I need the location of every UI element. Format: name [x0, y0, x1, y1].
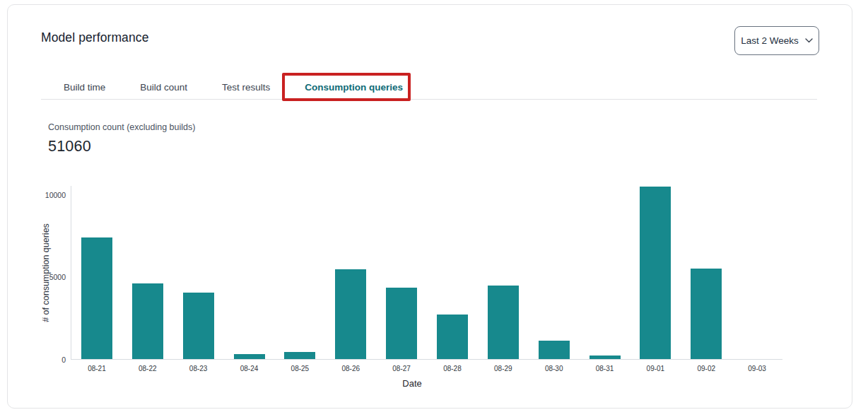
chart-slot	[732, 186, 782, 359]
chart-plot-area	[71, 186, 782, 359]
chart-bar	[183, 293, 214, 359]
y-tick-label: 5000	[49, 273, 66, 281]
x-tick-label: 09-03	[732, 365, 782, 372]
tab-bar: Build timeBuild countTest resultsConsump…	[64, 81, 403, 94]
tab-build-time[interactable]: Build time	[64, 81, 105, 94]
chart-slot	[224, 186, 275, 359]
chart-bar	[386, 288, 417, 359]
page-title: Model performance	[41, 30, 148, 45]
metric-value: 51060	[48, 138, 91, 155]
chart-bar	[81, 237, 112, 360]
chart-bar	[284, 352, 315, 359]
chart-bar	[335, 269, 366, 360]
metric-label: Consumption count (excluding builds)	[48, 122, 195, 132]
chart-slot	[274, 186, 325, 359]
x-tick-labels: 08-2108-2208-2308-2408-2508-2608-2708-28…	[71, 365, 782, 372]
model-performance-card: Model performance Last 2 Weeks Build tim…	[7, 4, 852, 409]
chart-bar	[132, 283, 163, 359]
chart-slot	[681, 186, 732, 359]
bar-chart: 08-2108-2208-2308-2408-2508-2608-2708-28…	[71, 186, 782, 360]
y-tick-label: 10000	[45, 191, 66, 199]
x-axis-title: Date	[402, 378, 421, 389]
x-tick-label: 08-29	[478, 365, 529, 372]
x-tick-label: 08-24	[224, 365, 275, 372]
page: Model performance Last 2 Weeks Build tim…	[0, 0, 868, 417]
date-range-value: Last 2 Weeks	[741, 35, 799, 46]
x-tick-label: 08-21	[71, 365, 122, 372]
x-tick-label: 08-25	[274, 365, 325, 372]
chart-bar	[488, 286, 519, 359]
chart-slot	[529, 186, 580, 359]
chart-bar	[539, 341, 570, 359]
x-tick-label: 09-01	[630, 365, 681, 372]
chart-slot	[325, 186, 376, 359]
chart-bar	[234, 354, 265, 360]
x-tick-label: 08-28	[427, 365, 478, 372]
chart-bar	[437, 315, 468, 359]
x-tick-label: 08-30	[529, 365, 580, 372]
chart-slot	[427, 186, 478, 359]
chart-slot	[478, 186, 529, 359]
tab-test-results[interactable]: Test results	[222, 81, 270, 94]
chart-slot	[173, 186, 224, 359]
chart-slot	[630, 186, 681, 359]
chart-slot	[376, 186, 427, 359]
x-tick-label: 08-22	[122, 365, 173, 372]
x-tick-label: 08-26	[325, 365, 376, 372]
chevron-down-icon	[805, 38, 813, 43]
chart-bar	[590, 356, 621, 359]
y-tick-label: 0	[61, 356, 66, 364]
chart-slot	[122, 186, 173, 359]
chart-bar	[691, 269, 722, 359]
tab-build-count[interactable]: Build count	[140, 81, 187, 94]
x-tick-label: 08-27	[376, 365, 427, 372]
date-range-dropdown[interactable]: Last 2 Weeks	[734, 26, 819, 55]
tabs-divider	[41, 99, 817, 100]
x-tick-label: 08-23	[173, 365, 224, 372]
chart-slot	[580, 186, 631, 359]
tab-consumption-queries[interactable]: Consumption queries	[305, 81, 403, 94]
chart-bar	[640, 187, 671, 359]
x-tick-label: 09-02	[681, 365, 732, 372]
x-tick-label: 08-31	[580, 365, 631, 372]
chart-slot	[71, 186, 122, 359]
